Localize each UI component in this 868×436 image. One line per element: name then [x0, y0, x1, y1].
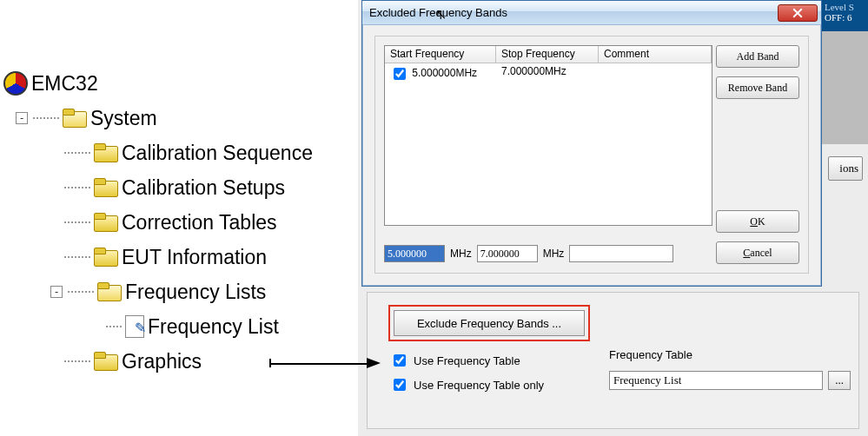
- collapse-icon[interactable]: -: [50, 286, 63, 298]
- col-stop[interactable]: Stop Frequency: [496, 46, 599, 63]
- close-button[interactable]: [778, 4, 818, 22]
- partial-button[interactable]: ions: [828, 156, 863, 181]
- exclude-frequency-bands-button[interactable]: Exclude Frequency Bands ...: [394, 310, 585, 336]
- row-comment: [599, 63, 712, 81]
- app-logo-icon: [3, 71, 28, 96]
- tree-node-graphics[interactable]: Graphics: [64, 344, 358, 379]
- dialog-titlebar[interactable]: Excluded Frequency Bands: [362, 1, 821, 25]
- frequency-table-field[interactable]: [609, 371, 823, 390]
- tree-connector: [33, 117, 59, 119]
- use-frequency-table-only-label: Use Frequency Table only: [414, 379, 544, 392]
- folder-icon: [94, 143, 118, 162]
- tree-connector: [64, 360, 90, 362]
- panel-strip: [821, 31, 868, 144]
- tree-node-eut-information[interactable]: EUT Information: [64, 240, 358, 274]
- level-label: Level S: [825, 2, 865, 12]
- folder-icon: [94, 248, 118, 267]
- dialog-title: Excluded Frequency Bands: [369, 6, 507, 19]
- header-fragment: Level S OFF: 6: [821, 0, 868, 31]
- cancel-button[interactable]: Cancel: [716, 241, 799, 264]
- use-frequency-table-only-checkbox[interactable]: Use Frequency Table only: [390, 376, 544, 393]
- tree-connector: [64, 187, 90, 188]
- ok-button[interactable]: OK: [716, 210, 799, 233]
- start-unit: MHz: [450, 248, 472, 260]
- tree-connector: [68, 291, 94, 293]
- frequency-table-browse-button[interactable]: ...: [828, 371, 851, 390]
- tree-node-frequency-list[interactable]: Frequency List: [106, 309, 358, 344]
- annotation-arrow-tail-cap: [269, 359, 271, 367]
- tree-root[interactable]: EMC32: [3, 66, 358, 101]
- use-frequency-table-input[interactable]: [394, 354, 406, 367]
- add-band-button[interactable]: Add Band: [716, 45, 799, 68]
- col-comment[interactable]: Comment: [599, 46, 712, 63]
- collapse-icon[interactable]: -: [16, 112, 28, 124]
- stop-frequency-input[interactable]: [477, 245, 538, 262]
- annotation-arrow-tail: [269, 363, 367, 365]
- list-header: Start Frequency Stop Frequency Comment: [385, 46, 712, 63]
- tree-node-frequency-lists[interactable]: - Frequency Lists: [50, 274, 358, 309]
- dialog-content: Start Frequency Stop Frequency Comment 5…: [374, 36, 809, 274]
- use-frequency-table-only-input[interactable]: [394, 379, 406, 391]
- comment-input[interactable]: [569, 245, 673, 262]
- tree-connector: [64, 221, 90, 223]
- frequency-input-row: MHz MHz: [384, 245, 673, 262]
- col-start[interactable]: Start Frequency: [385, 46, 496, 63]
- folder-open-icon: [63, 109, 87, 128]
- dialog-buttons: OK Cancel: [716, 210, 799, 264]
- tree-node-label: Graphics: [122, 346, 202, 378]
- row-stop: 7.000000MHz: [496, 63, 599, 81]
- frequency-settings-group: Exclude Frequency Bands ... Use Frequenc…: [367, 292, 859, 429]
- tree-node-label: Frequency Lists: [125, 276, 266, 308]
- tree-connector: [106, 326, 122, 327]
- use-frequency-table-checkbox[interactable]: Use Frequency Table: [390, 352, 520, 369]
- off-label: OFF: 6: [825, 12, 865, 23]
- tree-node-system[interactable]: - System: [16, 101, 358, 135]
- tree-node-label: Frequency List: [148, 311, 279, 343]
- tree-node-calibration-setups[interactable]: Calibration Setups: [64, 170, 358, 205]
- folder-open-icon: [97, 282, 122, 301]
- tree-root-label: EMC32: [31, 68, 98, 100]
- list-buttons: Add Band Remove Band: [716, 45, 799, 99]
- tree-node-label: System: [90, 102, 157, 135]
- excluded-frequency-bands-dialog: Excluded Frequency Bands ↖ Start Frequen…: [361, 0, 822, 287]
- folder-icon: [94, 352, 118, 371]
- frequency-bands-list[interactable]: Start Frequency Stop Frequency Comment 5…: [384, 45, 712, 226]
- start-frequency-input[interactable]: [384, 245, 445, 262]
- tree-node-correction-tables[interactable]: Correction Tables: [64, 205, 358, 240]
- row-start: 5.000000MHz: [412, 67, 477, 79]
- folder-icon: [94, 213, 118, 232]
- stop-unit: MHz: [543, 248, 565, 260]
- row-enable-checkbox[interactable]: [394, 68, 406, 80]
- frequency-table-label: Frequency Table: [609, 348, 692, 361]
- folder-icon: [94, 178, 118, 197]
- tree-node-label: Calibration Sequence: [122, 137, 313, 169]
- use-frequency-table-label: Use Frequency Table: [414, 354, 520, 367]
- tree-connector: [64, 256, 90, 258]
- tree-node-label: Calibration Setups: [122, 172, 285, 204]
- tree-node-calibration-sequence[interactable]: Calibration Sequence: [64, 135, 358, 170]
- tree-node-label: Correction Tables: [122, 207, 277, 239]
- navigation-tree[interactable]: EMC32 - System Calibration Sequence Cali…: [3, 66, 358, 379]
- remove-band-button[interactable]: Remove Band: [716, 76, 799, 99]
- tree-connector: [64, 152, 90, 154]
- close-icon: [792, 8, 803, 18]
- tree-node-label: EUT Information: [122, 241, 267, 274]
- list-row[interactable]: 5.000000MHz 7.000000MHz: [385, 63, 712, 81]
- file-icon: [125, 315, 144, 338]
- annotation-arrow-head-icon: [367, 358, 381, 368]
